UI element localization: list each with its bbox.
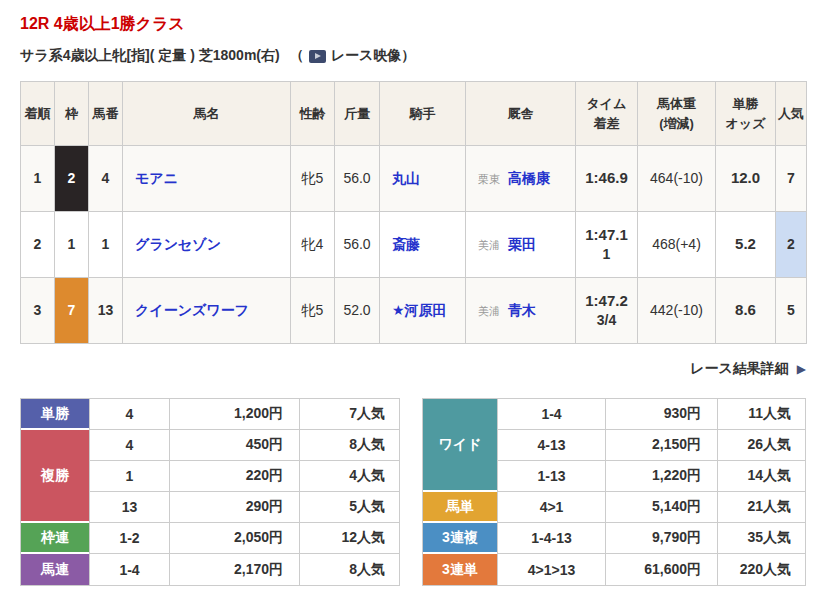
horse-name-link[interactable]: クイーンズワーフ <box>135 302 249 318</box>
combination: 4-13 <box>498 430 606 460</box>
payout-group-win: 単勝 4 1,200円 7人気 <box>21 399 399 430</box>
popularity: 7 <box>776 146 807 212</box>
jockey-link[interactable]: 斎藤 <box>392 236 420 252</box>
time-margin: 1:47.1 1 <box>576 212 638 278</box>
payout-group-bracket-quinella: 枠連 1-2 2,050円 12人気 <box>21 523 399 554</box>
jockey-link[interactable]: 丸山 <box>392 170 420 186</box>
payout-row: 4-13 2,150円 26人気 <box>498 430 805 461</box>
payout-amount: 290円 <box>170 492 300 522</box>
horse-number: 4 <box>89 146 123 212</box>
payout-amount: 2,170円 <box>170 554 300 585</box>
finish-position: 3 <box>21 278 55 344</box>
combination: 1-4 <box>498 399 606 429</box>
payout-group-place: 複勝 4 450円 8人気 1 220円 4人気 13 290円 <box>21 430 399 523</box>
bet-type-label: 複勝 <box>21 430 89 523</box>
col-header-frame: 枠 <box>55 82 89 146</box>
payout-row: 1-4 2,170円 8人気 <box>90 554 399 585</box>
payout-popularity: 220人気 <box>718 561 805 579</box>
payout-row: 4>1>13 61,600円 220人気 <box>498 554 805 585</box>
payout-group-quinella: 馬連 1-4 2,170円 8人気 <box>21 554 399 585</box>
jockey-cell: ★河原田 <box>380 278 466 344</box>
sex-age: 牝5 <box>291 146 335 212</box>
payout-amount: 1,220円 <box>606 461 718 491</box>
result-row: 3 7 13 クイーンズワーフ 牝5 52.0 ★河原田 美浦 青木 1:47.… <box>21 278 807 344</box>
carried-weight: 52.0 <box>335 278 380 344</box>
horse-name-cell: クイーンズワーフ <box>123 278 291 344</box>
combination: 4>1>13 <box>498 554 606 585</box>
win-odds: 5.2 <box>716 212 776 278</box>
horse-name-cell: グランセゾン <box>123 212 291 278</box>
jockey-link[interactable]: ★河原田 <box>392 302 447 318</box>
payout-table-right: ワイド 1-4 930円 11人気 4-13 2,150円 26人気 1-13 <box>422 398 806 586</box>
race-details-link[interactable]: レース結果詳細▶ <box>690 360 806 376</box>
combination: 4 <box>90 399 170 429</box>
trainer-link[interactable]: 栗田 <box>508 236 536 252</box>
combination: 1-2 <box>90 523 170 553</box>
payout-group-wide: ワイド 1-4 930円 11人気 4-13 2,150円 26人気 1-13 <box>423 399 805 492</box>
bet-type-label: 単勝 <box>21 399 89 430</box>
race-conditions: サラ系4歳以上牝[指]( 定量 ) 芝1800m(右) <box>20 47 280 65</box>
race-video-link[interactable]: レース映像 <box>331 47 402 65</box>
payout-popularity: 35人気 <box>718 529 805 547</box>
finish-position: 2 <box>21 212 55 278</box>
payout-row: 1-4 930円 11人気 <box>498 399 805 430</box>
bet-type-label: 馬単 <box>423 492 497 523</box>
paren-close: ） <box>401 47 415 65</box>
bet-type-label: 馬連 <box>21 554 89 585</box>
carried-weight: 56.0 <box>335 212 380 278</box>
payout-group-trio: 3連複 1-4-13 9,790円 35人気 <box>423 523 805 554</box>
payout-row: 4 450円 8人気 <box>90 430 399 461</box>
stable-area: 栗東 <box>478 173 500 185</box>
combination: 4>1 <box>498 492 606 522</box>
popularity: 2 <box>776 212 807 278</box>
right-arrow-icon: ▶ <box>797 362 806 376</box>
payout-row: 4 1,200円 7人気 <box>90 399 399 430</box>
payout-amount: 5,140円 <box>606 492 718 522</box>
payout-popularity: 8人気 <box>300 436 399 454</box>
payout-row: 13 290円 5人気 <box>90 492 399 523</box>
horse-name-link[interactable]: モアニ <box>135 170 178 186</box>
race-result-page: 12R 4歳以上1勝クラス サラ系4歳以上牝[指]( 定量 ) 芝1800m(右… <box>0 0 823 586</box>
payout-row: 4>1 5,140円 21人気 <box>498 492 805 523</box>
payout-row: 1-13 1,220円 14人気 <box>498 461 805 492</box>
col-header-jockey: 騎手 <box>380 82 466 146</box>
payout-popularity: 5人気 <box>300 498 399 516</box>
payout-popularity: 11人気 <box>718 405 805 423</box>
col-header-win-odds: 単勝 オッズ <box>716 82 776 146</box>
col-header-horse-name: 馬名 <box>123 82 291 146</box>
payout-popularity: 21人気 <box>718 498 805 516</box>
col-header-sex-age: 性齢 <box>291 82 335 146</box>
stable-cell: 美浦 青木 <box>466 278 576 344</box>
horse-weight: 464(-10) <box>638 146 716 212</box>
horse-number: 13 <box>89 278 123 344</box>
col-header-horse-number: 馬番 <box>89 82 123 146</box>
sex-age: 牝5 <box>291 278 335 344</box>
trainer-link[interactable]: 青木 <box>508 302 536 318</box>
bet-type-label: 枠連 <box>21 523 89 554</box>
payout-group-exacta: 馬単 4>1 5,140円 21人気 <box>423 492 805 523</box>
stable-cell: 美浦 栗田 <box>466 212 576 278</box>
stable-cell: 栗東 高橋康 <box>466 146 576 212</box>
bet-type-label: ワイド <box>423 399 497 492</box>
time-margin: 1:46.9 <box>576 146 638 212</box>
combination: 1-4 <box>90 554 170 585</box>
payout-popularity: 14人気 <box>718 467 805 485</box>
col-header-finish-order: 着順 <box>21 82 55 146</box>
race-results-table: 着順 枠 馬番 馬名 性齢 斤量 騎手 厩舎 タイム 着差 馬体重 (増減) 単… <box>20 81 807 344</box>
payout-row: 1 220円 4人気 <box>90 461 399 492</box>
payout-amount: 2,050円 <box>170 523 300 553</box>
race-conditions-bar: サラ系4歳以上牝[指]( 定量 ) 芝1800m(右) （ レース映像 ） <box>20 47 805 65</box>
carried-weight: 56.0 <box>335 146 380 212</box>
col-header-carried-weight: 斤量 <box>335 82 380 146</box>
payout-amount: 1,200円 <box>170 399 300 429</box>
trainer-link[interactable]: 高橋康 <box>508 170 550 186</box>
payout-row: 1-2 2,050円 12人気 <box>90 523 399 554</box>
video-play-icon <box>309 50 326 63</box>
horse-weight: 442(-10) <box>638 278 716 344</box>
popularity: 5 <box>776 278 807 344</box>
horse-name-link[interactable]: グランセゾン <box>135 236 221 252</box>
payout-amount: 450円 <box>170 430 300 460</box>
col-header-popularity: 人気 <box>776 82 807 146</box>
payout-popularity: 26人気 <box>718 436 805 454</box>
results-header-row: 着順 枠 馬番 馬名 性齢 斤量 騎手 厩舎 タイム 着差 馬体重 (増減) 単… <box>21 82 807 146</box>
